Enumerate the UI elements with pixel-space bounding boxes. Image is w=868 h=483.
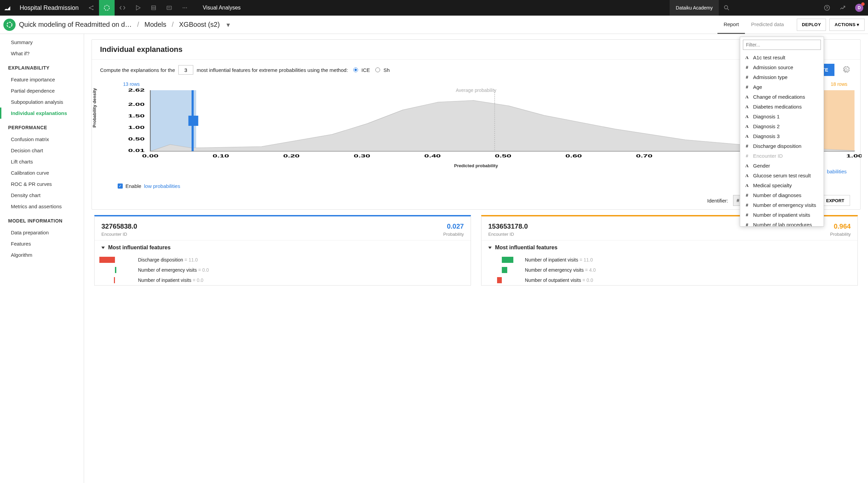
dropdown-item[interactable]: AGlucose serum test result	[740, 171, 824, 180]
dropdown-item[interactable]: #Age	[740, 82, 824, 92]
section-toggle[interactable]: Most influential features	[95, 240, 471, 255]
text-type-icon: A	[744, 94, 750, 100]
sidebar: Summary What if? EXPLAINABILITY Feature …	[0, 34, 84, 483]
sidebar-item-density[interactable]: Density chart	[0, 190, 84, 201]
dropdown-item[interactable]: #Number of lab procedures	[740, 220, 824, 227]
stack-icon[interactable]	[146, 0, 161, 16]
sidebar-item-subpopulation[interactable]: Subpopulation analysis	[0, 96, 84, 108]
sidebar-item-confusion[interactable]: Confusion matrix	[0, 134, 84, 145]
feature-row: Number of emergency visits= 0.0	[95, 265, 471, 275]
help-icon[interactable]	[819, 0, 835, 16]
dropdown-item[interactable]: ADiagnosis 3	[740, 131, 824, 141]
sidebar-item-individual-explanations[interactable]: Individual explanations	[0, 108, 84, 119]
flow-icon[interactable]	[99, 0, 115, 16]
dropdown-item[interactable]: #Discharge disposition	[740, 141, 824, 151]
sidebar-item-feature-importance[interactable]: Feature importance	[0, 74, 84, 85]
user-avatar[interactable]: D	[855, 4, 863, 12]
dropdown-item[interactable]: #Admission source	[740, 62, 824, 72]
svg-text:2.62: 2.62	[128, 88, 145, 92]
dropdown-item[interactable]: #Admission type	[740, 72, 824, 82]
sidebar-item-whatif[interactable]: What if?	[0, 48, 84, 59]
project-name[interactable]: Hospital Readmission	[15, 4, 83, 12]
number-type-icon: #	[744, 222, 750, 227]
high-prob-toggle[interactable]: babilities	[827, 169, 847, 174]
model-icon[interactable]	[0, 16, 19, 34]
dropdown-item[interactable]: #Encounter ID	[740, 151, 824, 161]
number-type-icon: #	[744, 75, 750, 80]
dropdown-item[interactable]: #Number of inpatient visits	[740, 210, 824, 220]
sidebar-item-decision-chart[interactable]: Decision chart	[0, 145, 84, 156]
dropdown-item[interactable]: ADiagnosis 2	[740, 121, 824, 131]
app-logo[interactable]	[0, 0, 15, 16]
chevron-down-icon[interactable]: ▾	[226, 21, 230, 29]
text-type-icon: A	[744, 183, 750, 188]
export-button[interactable]: EXPORT	[821, 195, 850, 206]
dashboard-icon[interactable]	[161, 0, 177, 16]
svg-rect-15	[189, 116, 198, 126]
svg-text:0.60: 0.60	[566, 154, 582, 158]
svg-text:0.70: 0.70	[636, 154, 653, 158]
sidebar-item-algorithm[interactable]: Algorithm	[0, 249, 84, 260]
dropdown-item[interactable]: ADiabetes medications	[740, 102, 824, 112]
dropdown-filter-input[interactable]	[743, 40, 821, 50]
rows-left-label: 13 rows	[123, 81, 140, 87]
card-probability: 0.964	[830, 223, 851, 230]
sidebar-item-features[interactable]: Features	[0, 238, 84, 249]
crumb-root[interactable]: Quick modeling of Readmitted on d…	[19, 21, 132, 28]
text-type-icon: A	[744, 114, 750, 119]
card-id: 153653178.0	[488, 223, 528, 230]
feature-row: Number of inpatient visits= 0.0	[95, 275, 471, 285]
share-icon[interactable]	[83, 0, 99, 16]
checkbox-icon: ✓	[118, 183, 123, 189]
method-ice[interactable]: ICE	[353, 67, 370, 73]
svg-text:0.20: 0.20	[283, 154, 300, 158]
triangle-down-icon	[488, 247, 492, 249]
top-title: Visual Analyses	[203, 5, 241, 11]
dropdown-item[interactable]: AChange of medications	[740, 92, 824, 102]
section-toggle[interactable]: Most influential features	[481, 240, 857, 255]
trend-icon[interactable]	[835, 0, 850, 16]
number-type-icon: #	[744, 65, 750, 70]
gear-icon[interactable]	[840, 64, 852, 76]
sidebar-item-data-prep[interactable]: Data preparation	[0, 227, 84, 238]
sidebar-item-partial-dependence[interactable]: Partial dependence	[0, 85, 84, 96]
crumb-models[interactable]: Models	[144, 21, 166, 28]
play-icon[interactable]	[130, 0, 146, 16]
sidebar-item-metrics[interactable]: Metrics and assertions	[0, 201, 84, 212]
feature-row: Number of outpatient visits= 0.0	[481, 275, 857, 285]
deploy-button[interactable]: DEPLOY	[797, 19, 826, 31]
dropdown-item[interactable]: ADiagnosis 1	[740, 112, 824, 121]
sidebar-item-lift-charts[interactable]: Lift charts	[0, 156, 84, 167]
academy-button[interactable]: Dataiku Academy	[670, 0, 719, 16]
svg-text:0.50: 0.50	[495, 154, 511, 158]
svg-text:0.30: 0.30	[354, 154, 370, 158]
breadcrumb: Quick modeling of Readmitted on d… / Mod…	[19, 21, 717, 29]
svg-text:0.00: 0.00	[142, 154, 159, 158]
sidebar-item-roc[interactable]: ROC & PR curves	[0, 178, 84, 190]
crumb-algo[interactable]: XGBoost (s2)	[179, 21, 220, 28]
tab-report[interactable]: Report	[717, 16, 745, 34]
svg-point-8	[186, 7, 187, 8]
svg-point-9	[724, 5, 728, 9]
more-icon[interactable]	[177, 0, 193, 16]
code-icon[interactable]	[115, 0, 130, 16]
tab-predicted-data[interactable]: Predicted data	[745, 16, 790, 34]
dropdown-item[interactable]: AGender	[740, 161, 824, 171]
n-features-input[interactable]	[178, 65, 193, 75]
sidebar-head-model-info: MODEL INFORMATION	[0, 212, 84, 227]
dropdown-item[interactable]: AMedical specialty	[740, 180, 824, 190]
feature-row: Number of emergency visits= 4.0	[481, 265, 857, 275]
number-type-icon: #	[744, 143, 750, 149]
dropdown-item[interactable]: #Number of emergency visits	[740, 200, 824, 210]
sidebar-item-calibration[interactable]: Calibration curve	[0, 167, 84, 178]
dropdown-item[interactable]: #Number of diagnoses	[740, 190, 824, 200]
svg-text:1.00: 1.00	[128, 125, 145, 130]
number-type-icon: #	[744, 202, 750, 208]
actions-button[interactable]: ACTIONS ▾	[829, 19, 865, 31]
svg-point-7	[184, 7, 185, 8]
breadcrumb-bar: Quick modeling of Readmitted on d… / Mod…	[0, 16, 868, 34]
sidebar-item-summary[interactable]: Summary	[0, 37, 84, 48]
method-shapley[interactable]: Sh	[375, 67, 390, 73]
dropdown-item[interactable]: AA1c test result	[740, 53, 824, 62]
search-icon[interactable]	[719, 0, 734, 16]
